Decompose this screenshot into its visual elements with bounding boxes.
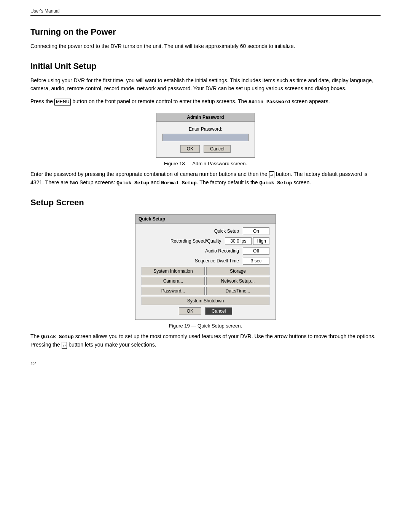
turning-on-power-heading: Turning on the Power: [30, 27, 381, 37]
initial-unit-setup-heading: Initial Unit Setup: [30, 61, 381, 71]
page-number: 12: [30, 361, 381, 366]
qs-btn-password[interactable]: Password...: [142, 287, 205, 295]
qs-button-grid: System Information Storage Camera... Net…: [142, 267, 269, 305]
normal-setup-ref: Normal Setup: [161, 180, 197, 186]
qs-label-audio: Audio Recording: [142, 248, 243, 254]
qs-btn-datetime[interactable]: Date/Time...: [206, 287, 269, 295]
qs-row-quick-setup: Quick Setup On: [142, 227, 269, 235]
turning-on-power-para: Connecting the power cord to the DVR tur…: [30, 42, 381, 51]
qs-btn-system-info[interactable]: System Information: [142, 267, 205, 275]
qs-btn-network[interactable]: Network Setup...: [206, 277, 269, 285]
qs-row-audio: Audio Recording Off: [142, 247, 269, 255]
qs-ok-button[interactable]: OK: [179, 307, 201, 315]
qs-row-dwell: Sequence Dwell Time 3 sec: [142, 257, 269, 265]
qs-cancel-button[interactable]: Cancel: [205, 307, 232, 315]
header-bar: User's Manual: [30, 8, 381, 16]
page-container: User's Manual Turning on the Power Conne…: [0, 0, 411, 532]
qs-row-recording: Recording Speed/Quality 30.0 ips High: [142, 237, 269, 245]
admin-dialog-label: Enter Password:: [162, 126, 249, 132]
admin-dialog-buttons: OK Cancel: [162, 145, 249, 153]
figure-18-caption: Figure 18 — Admin Password screen.: [30, 161, 381, 166]
initial-unit-setup-para3: Enter the password by pressing the appro…: [30, 170, 381, 187]
qs-value-recording-quality: High: [253, 237, 269, 245]
enter-button-icon2: ↵: [62, 342, 67, 348]
admin-password-ref: Admin Password: [249, 99, 290, 105]
qs-label-dwell: Sequence Dwell Time: [142, 258, 243, 264]
quick-setup-ref1: Quick Setup: [116, 180, 149, 186]
setup-screen-heading: Setup Screen: [30, 198, 381, 208]
enter-button-icon: ↵: [269, 171, 275, 178]
admin-cancel-button[interactable]: Cancel: [204, 145, 231, 153]
qs-value-audio: Off: [243, 247, 269, 255]
admin-dialog-body: Enter Password: OK Cancel: [156, 122, 255, 157]
admin-dialog-title: Admin Password: [156, 113, 255, 122]
quick-setup-ref3: Quick Setup: [41, 334, 74, 340]
quick-setup-dialog: Quick Setup Quick Setup On Recording Spe…: [135, 214, 276, 320]
qs-body: Quick Setup On Recording Speed/Quality 3…: [135, 224, 276, 320]
header-label: User's Manual: [30, 8, 59, 14]
qs-value-dwell: 3 sec: [243, 257, 269, 265]
admin-password-input[interactable]: [162, 134, 249, 141]
initial-unit-setup-para2: Press the MENU button on the front panel…: [30, 97, 381, 106]
qs-label-quick-setup: Quick Setup: [142, 228, 243, 234]
qs-value-recording-speed: 30.0 ips: [225, 237, 252, 245]
qs-btn-shutdown[interactable]: System Shutdown: [142, 297, 269, 305]
menu-button-label: MENU: [54, 99, 71, 105]
qs-title-bar: Quick Setup: [135, 215, 276, 224]
qs-btn-storage[interactable]: Storage: [206, 267, 269, 275]
qs-value-quick-setup: On: [243, 227, 269, 235]
figure-18-container: Admin Password Enter Password: OK Cancel…: [30, 113, 381, 166]
quick-setup-ref2: Quick Setup: [260, 180, 292, 186]
qs-ok-row: OK Cancel: [142, 307, 269, 315]
admin-password-dialog: Admin Password Enter Password: OK Cancel: [156, 113, 255, 158]
figure-19-container: Quick Setup Quick Setup On Recording Spe…: [30, 214, 381, 329]
qs-label-recording: Recording Speed/Quality: [142, 238, 225, 244]
setup-screen-para: The Quick Setup screen allows you to set…: [30, 332, 381, 349]
qs-btn-camera[interactable]: Camera...: [142, 277, 205, 285]
admin-ok-button[interactable]: OK: [180, 145, 200, 153]
figure-19-caption: Figure 19 — Quick Setup screen.: [30, 323, 381, 329]
initial-unit-setup-para1: Before using your DVR for the first time…: [30, 77, 381, 93]
